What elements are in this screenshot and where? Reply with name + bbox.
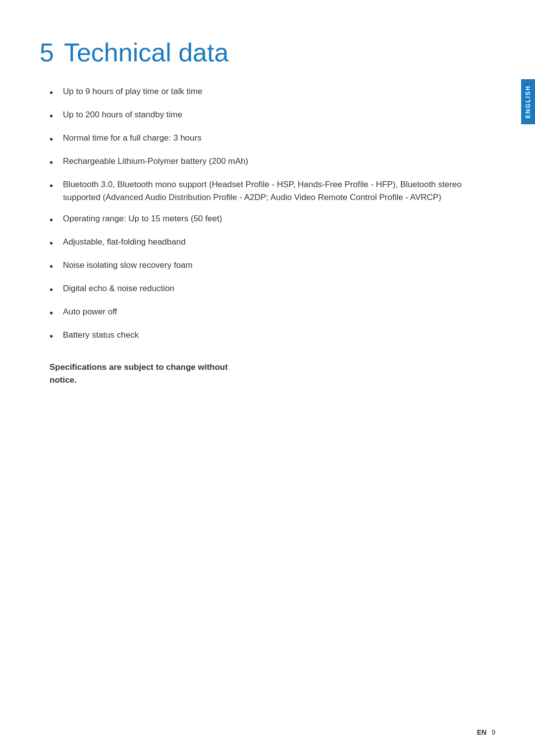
bullet-dot-icon: •	[50, 213, 53, 227]
list-item: •Up to 200 hours of standby time	[50, 108, 466, 123]
content-area: •Up to 9 hours of play time or talk time…	[40, 85, 495, 386]
section-heading: Technical data	[64, 40, 228, 65]
bullet-text: Rechargeable Lithium-Polymer battery (20…	[63, 155, 466, 168]
bullet-list: •Up to 9 hours of play time or talk time…	[50, 85, 466, 343]
bullet-text: Bluetooth 3.0, Bluetooth mono support (H…	[63, 178, 466, 203]
bullet-dot-icon: •	[50, 155, 53, 169]
sidebar-language-label: English	[525, 85, 532, 118]
bullet-dot-icon: •	[50, 86, 53, 100]
footer-area: EN 9	[477, 728, 495, 736]
bullet-text: Up to 9 hours of play time or talk time	[63, 85, 466, 98]
bullet-dot-icon: •	[50, 329, 53, 343]
section-number: 5	[40, 40, 54, 65]
bullet-text: Up to 200 hours of standby time	[63, 108, 466, 121]
bullet-dot-icon: •	[50, 179, 53, 193]
bullet-text: Operating range: Up to 15 meters (50 fee…	[63, 212, 466, 225]
bullet-text: Digital echo & noise reduction	[63, 282, 466, 295]
footer-language: EN	[477, 728, 486, 736]
page-container: English 5 Technical data •Up to 9 hours …	[0, 0, 535, 756]
list-item: •Noise isolating slow recovery foam	[50, 259, 466, 273]
bullet-text: Normal time for a full charge: 3 hours	[63, 132, 466, 145]
bullet-dot-icon: •	[50, 109, 53, 123]
bullet-dot-icon: •	[50, 259, 53, 273]
list-item: •Battery status check	[50, 329, 466, 343]
bullet-text: Adjustable, flat-folding headband	[63, 236, 466, 249]
sidebar-language-tab: English	[521, 79, 535, 124]
bullet-text: Noise isolating slow recovery foam	[63, 259, 466, 272]
list-item: •Auto power off	[50, 305, 466, 320]
list-item: •Bluetooth 3.0, Bluetooth mono support (…	[50, 178, 466, 203]
list-item: •Normal time for a full charge: 3 hours	[50, 132, 466, 146]
bullet-dot-icon: •	[50, 132, 53, 146]
list-item: •Up to 9 hours of play time or talk time	[50, 85, 466, 100]
list-item: •Operating range: Up to 15 meters (50 fe…	[50, 212, 466, 227]
bullet-dot-icon: •	[50, 306, 53, 320]
footer-page-number: 9	[491, 728, 495, 736]
list-item: •Digital echo & noise reduction	[50, 282, 466, 297]
bullet-text: Auto power off	[63, 305, 466, 318]
section-title-area: 5 Technical data	[40, 30, 495, 65]
bullet-text: Battery status check	[63, 329, 466, 342]
bullet-dot-icon: •	[50, 283, 53, 297]
bullet-dot-icon: •	[50, 236, 53, 250]
specifications-note: Specifications are subject to change wit…	[50, 361, 238, 386]
list-item: •Adjustable, flat-folding headband	[50, 236, 466, 250]
list-item: •Rechargeable Lithium-Polymer battery (2…	[50, 155, 466, 169]
